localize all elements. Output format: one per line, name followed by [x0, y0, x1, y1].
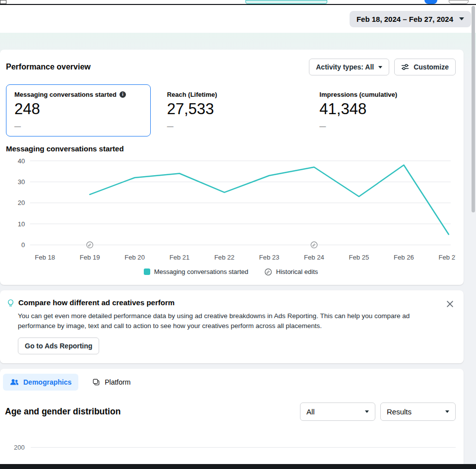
legend-label: Historical edits: [276, 268, 318, 275]
age-gender-chart-top-gridline: 200: [5, 444, 456, 451]
layers-icon: [92, 378, 100, 386]
cropped-control: [0, 0, 6, 4]
metric-label: Messaging conversations started: [14, 91, 117, 98]
svg-text:Feb 19: Feb 19: [80, 254, 100, 261]
metric-card-impressions[interactable]: Impressions (cumulative) 41,348 —: [311, 84, 456, 136]
metric-value: 41,348: [319, 100, 447, 118]
tip-title: Compare how different ad creatives perfo…: [18, 298, 175, 307]
gridline: [31, 447, 456, 448]
legend-swatch-icon: [144, 268, 150, 275]
main-content: Performance overview Activity types: All: [0, 33, 476, 469]
vertical-scrollbar-thumb[interactable]: [472, 6, 475, 212]
dropdown-value: All: [306, 407, 315, 416]
go-to-ads-reporting-button[interactable]: Go to Ads Reporting: [18, 337, 99, 354]
date-range-label: Feb 18, 2024 – Feb 27, 2024: [357, 15, 453, 23]
close-icon[interactable]: [444, 298, 456, 311]
sliders-icon: [401, 63, 409, 71]
performance-overview-card: Performance overview Activity types: All: [0, 50, 464, 285]
metric-cards: Messaging conversations started 248 — Re…: [6, 84, 456, 136]
activity-types-dropdown[interactable]: Activity types: All: [309, 59, 389, 75]
pencil-circle-icon: [264, 268, 272, 276]
info-icon[interactable]: [119, 91, 126, 98]
svg-text:Feb 27: Feb 27: [438, 254, 456, 261]
metric-card-reach[interactable]: Reach (Lifetime) 27,533 —: [159, 84, 303, 136]
performance-title: Performance overview: [6, 63, 91, 71]
metric-delta: —: [319, 123, 447, 130]
svg-text:Feb 18: Feb 18: [35, 254, 55, 261]
page-header: Feb 18, 2024 – Feb 27, 2024: [0, 5, 476, 33]
activity-types-label: Activity types: All: [316, 63, 374, 71]
tab-label: Platform: [105, 378, 130, 386]
metric-label: Impressions (cumulative): [319, 91, 397, 98]
customize-button[interactable]: Customize: [394, 59, 456, 75]
cropped-active-tab: [245, 0, 327, 4]
customize-label: Customize: [414, 63, 449, 71]
metric-delta: —: [14, 123, 142, 130]
tab-label: Demographics: [23, 378, 71, 386]
metric-label: Reach (Lifetime): [167, 91, 217, 98]
cropped-button: [449, 0, 469, 4]
chart-legend: Messaging conversations started Historic…: [6, 268, 456, 276]
caret-down-icon: [365, 410, 369, 413]
caret-down-icon: [445, 410, 449, 413]
metric-filter-dropdown[interactable]: Results: [380, 402, 456, 421]
svg-text:Feb 20: Feb 20: [124, 254, 145, 261]
metric-value: 248: [14, 100, 142, 118]
legend-historical-edits: Historical edits: [264, 268, 318, 276]
svg-text:30: 30: [18, 178, 25, 186]
svg-text:Feb 25: Feb 25: [349, 254, 369, 261]
svg-text:40: 40: [18, 157, 25, 165]
svg-text:20: 20: [18, 199, 25, 206]
gender-filter-dropdown[interactable]: All: [300, 402, 375, 421]
svg-text:Feb 26: Feb 26: [394, 254, 414, 261]
legend-conversations: Messaging conversations started: [144, 268, 248, 275]
tab-platform[interactable]: Platform: [85, 374, 137, 391]
lightbulb-icon: [6, 298, 15, 307]
date-range-picker[interactable]: Feb 18, 2024 – Feb 27, 2024: [350, 11, 471, 27]
ad-creatives-tip-card: Compare how different ad creatives perfo…: [0, 290, 464, 364]
ytick-label: 200: [14, 444, 25, 451]
cropped-avatar: [424, 0, 437, 4]
metric-card-messaging-conversations[interactable]: Messaging conversations started 248 —: [6, 84, 151, 136]
svg-text:0: 0: [21, 241, 25, 249]
age-gender-heading: Age and gender distribution: [5, 406, 120, 417]
svg-text:10: 10: [18, 220, 25, 228]
svg-text:Feb 23: Feb 23: [259, 254, 280, 261]
svg-text:Feb 22: Feb 22: [214, 254, 235, 261]
breakdown-tabs: Demographics Platform: [3, 374, 456, 391]
tip-body: You can get even more detailed performan…: [18, 311, 429, 332]
cropped-top-nav: [0, 0, 476, 4]
people-icon: [10, 378, 19, 386]
metric-delta: —: [167, 123, 295, 130]
cropped-bottom-bar: [0, 464, 476, 469]
legend-label: Messaging conversations started: [154, 268, 248, 275]
svg-text:Feb 24: Feb 24: [304, 254, 324, 261]
metric-value: 27,533: [167, 100, 295, 118]
caret-down-icon: [378, 66, 382, 68]
demographics-card: Demographics Platform Age and gender dis…: [0, 369, 464, 469]
dropdown-value: Results: [387, 407, 412, 416]
conversations-chart: 010203040Feb 18Feb 19Feb 20Feb 21Feb 22F…: [6, 155, 456, 264]
caret-down-icon: [459, 17, 464, 20]
tab-demographics[interactable]: Demographics: [3, 374, 78, 391]
chart-title: Messaging conversations started: [6, 144, 456, 153]
svg-text:Feb 21: Feb 21: [170, 254, 190, 261]
